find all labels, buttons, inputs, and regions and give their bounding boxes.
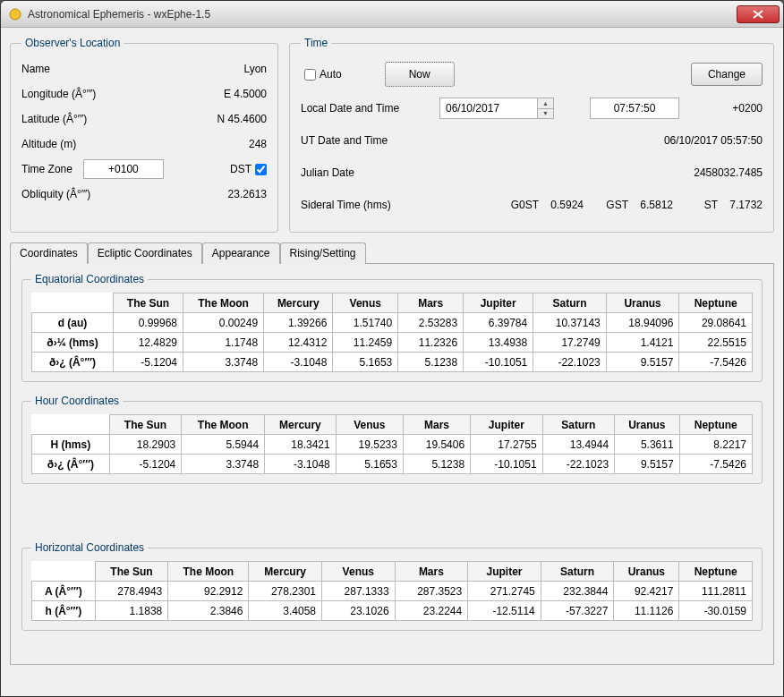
dst-label: DST bbox=[230, 163, 251, 175]
dst-checkbox[interactable] bbox=[255, 164, 267, 175]
cell: 1.1838 bbox=[95, 601, 168, 621]
cell: 22.5515 bbox=[679, 333, 753, 353]
timezone-label: Time Zone bbox=[21, 163, 72, 175]
cell: 12.4829 bbox=[113, 333, 183, 353]
cell: -10.1051 bbox=[464, 353, 533, 372]
cell: 111.2811 bbox=[679, 582, 753, 601]
cell: 10.37143 bbox=[533, 313, 607, 333]
hour-table: The SunThe MoonMercuryVenusMarsJupiterSa… bbox=[31, 414, 753, 474]
cell: -7.5426 bbox=[679, 455, 752, 474]
cell: 9.5157 bbox=[606, 353, 679, 372]
cell: 278.2301 bbox=[249, 582, 322, 601]
cell: 13.4938 bbox=[464, 333, 533, 353]
cell: 1.4121 bbox=[606, 333, 679, 353]
close-button[interactable] bbox=[737, 5, 780, 23]
cell: 11.2459 bbox=[333, 333, 398, 353]
cell: 6.39784 bbox=[464, 313, 533, 333]
longitude-label: Longitude (Â°′″) bbox=[21, 88, 96, 100]
col-header: The Moon bbox=[182, 415, 265, 435]
col-header: Saturn bbox=[533, 293, 607, 313]
cell: 23.1026 bbox=[322, 601, 396, 621]
cell: 5.1238 bbox=[403, 455, 470, 474]
name-value: Lyon bbox=[243, 63, 267, 75]
horizontal-table: The SunThe MoonMercuryVenusMarsJupiterSa… bbox=[31, 561, 753, 621]
spinner-up-icon: ▲ bbox=[538, 98, 553, 109]
cell: 0.99968 bbox=[113, 313, 183, 333]
cell: 29.08641 bbox=[679, 313, 753, 333]
cell: 3.3748 bbox=[182, 455, 265, 474]
tz-offset: +0200 bbox=[732, 102, 763, 115]
hour-legend: Hour Coordinates bbox=[31, 395, 123, 407]
tab-content: Equatorial Coordinates The SunThe MoonMe… bbox=[10, 264, 774, 665]
date-spinner[interactable]: ▲▼ bbox=[538, 98, 554, 119]
obliquity-label: Obliquity (Â°′″) bbox=[21, 188, 90, 200]
change-button[interactable]: Change bbox=[691, 63, 763, 86]
time-legend: Time bbox=[301, 37, 331, 49]
tab-ecliptic[interactable]: Ecliptic Coordinates bbox=[88, 242, 202, 264]
cell: 287.1333 bbox=[322, 582, 396, 601]
longitude-value: E 4.5000 bbox=[224, 88, 267, 100]
cell: 271.2745 bbox=[468, 582, 541, 601]
row-header: h (Â°′″) bbox=[32, 601, 96, 621]
cell: 1.39266 bbox=[264, 313, 333, 333]
col-header: Jupiter bbox=[471, 415, 543, 435]
col-header: Venus bbox=[322, 562, 396, 582]
cell: 287.3523 bbox=[395, 582, 468, 601]
observer-panel: Observer's Location NameLyon Longitude (… bbox=[10, 37, 278, 233]
titlebar[interactable]: Astronomical Ephemeris - wxEphe-1.5 bbox=[1, 1, 783, 28]
auto-label: Auto bbox=[320, 68, 342, 81]
cell: 17.2749 bbox=[533, 333, 607, 353]
col-header: The Moon bbox=[168, 562, 249, 582]
col-header: Mercury bbox=[264, 293, 333, 313]
cell: 11.2326 bbox=[398, 333, 464, 353]
local-date-input[interactable]: 06/10/2017 bbox=[439, 98, 538, 119]
cell: 0.00249 bbox=[183, 313, 264, 333]
tab-appearance[interactable]: Appearance bbox=[202, 242, 280, 264]
col-header: Neptune bbox=[679, 293, 753, 313]
cell: -22.1023 bbox=[533, 353, 607, 372]
altitude-value: 248 bbox=[249, 138, 267, 150]
auto-checkbox[interactable] bbox=[304, 69, 316, 81]
col-header: Jupiter bbox=[468, 562, 541, 582]
col-header: Mercury bbox=[249, 562, 322, 582]
row-header: d (au) bbox=[32, 313, 114, 333]
cell: -12.5114 bbox=[468, 601, 541, 621]
sidereal-values: G0ST0.5924 GST6.5812 ST7.1732 bbox=[505, 199, 763, 211]
row-header: ð›¿ (Â°′″) bbox=[32, 353, 114, 372]
app-window: Astronomical Ephemeris - wxEphe-1.5 Obse… bbox=[0, 0, 784, 697]
tab-coordinates[interactable]: Coordinates bbox=[10, 242, 88, 264]
col-header: The Sun bbox=[109, 415, 181, 435]
tab-rising-setting[interactable]: Rising/Setting bbox=[280, 242, 366, 264]
cell: 13.4944 bbox=[542, 435, 615, 455]
cell: 19.5406 bbox=[403, 435, 470, 455]
auto-checkbox-wrap[interactable]: Auto bbox=[301, 68, 342, 81]
time-panel: Time Auto Now Change Local Date and Time… bbox=[289, 37, 774, 233]
row-header: A (Â°′″) bbox=[32, 582, 96, 601]
app-icon bbox=[8, 7, 22, 21]
latitude-value: N 45.4600 bbox=[217, 113, 267, 125]
col-header: Mars bbox=[403, 415, 470, 435]
cell: 5.1653 bbox=[336, 455, 403, 474]
equatorial-table: The SunThe MoonMercuryVenusMarsJupiterSa… bbox=[31, 293, 753, 372]
col-header: Neptune bbox=[679, 562, 753, 582]
tab-bar: Coordinates Ecliptic Coordinates Appeara… bbox=[10, 242, 774, 264]
col-header: Uranus bbox=[614, 562, 679, 582]
latitude-label: Latitude (Â°′″) bbox=[21, 113, 87, 125]
cell: 9.5157 bbox=[615, 455, 679, 474]
cell: 5.3611 bbox=[615, 435, 679, 455]
obliquity-value: 23.2613 bbox=[228, 188, 267, 200]
cell: 18.2903 bbox=[109, 435, 181, 455]
equatorial-legend: Equatorial Coordinates bbox=[31, 273, 148, 285]
timezone-input[interactable] bbox=[83, 159, 164, 179]
cell: -3.1048 bbox=[265, 455, 337, 474]
row-header: H (hms) bbox=[32, 435, 110, 455]
cell: 1.1748 bbox=[183, 333, 264, 353]
ut-datetime-label: UT Date and Time bbox=[301, 134, 430, 147]
cell: -22.1023 bbox=[542, 455, 615, 474]
cell: 12.4312 bbox=[264, 333, 333, 353]
ut-datetime-value: 06/10/2017 05:57:50 bbox=[664, 134, 763, 147]
local-time-input[interactable]: 07:57:50 bbox=[590, 98, 679, 119]
cell: 5.1238 bbox=[398, 353, 464, 372]
col-header: The Sun bbox=[95, 562, 168, 582]
now-button[interactable]: Now bbox=[385, 62, 455, 87]
